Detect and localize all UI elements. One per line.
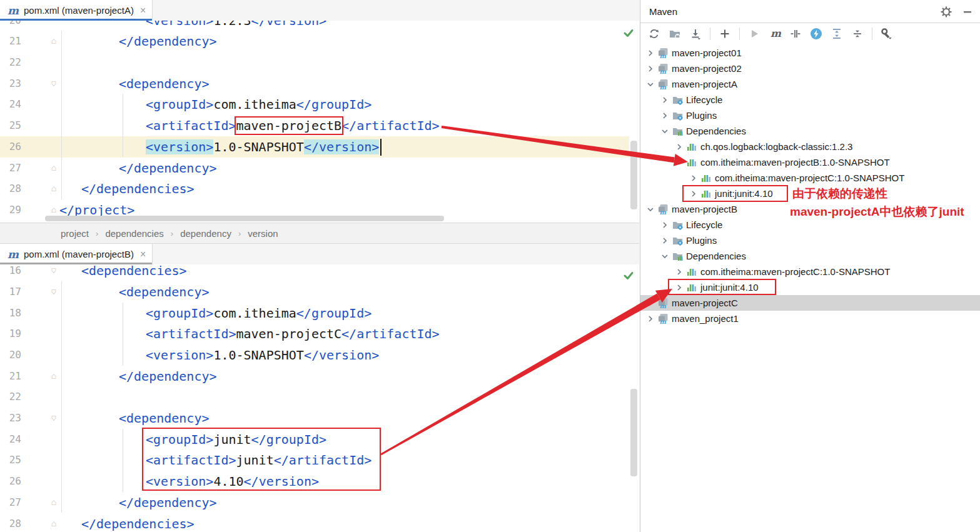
tree-item-maven-project01[interactable]: mmaven-project01 (640, 45, 980, 61)
breadcrumb-item-project[interactable]: project (61, 228, 89, 239)
code-line-27[interactable]: </dependency> (0, 158, 639, 179)
maven-settings-icon[interactable] (881, 28, 893, 40)
editor-a-vscrollbar-thumb[interactable] (630, 141, 637, 209)
tree-item-ch-qos-logback-logback-classic-1-2-3[interactable]: ch.qos.logback:logback-classic:1.2.3 (640, 139, 980, 154)
inspections-ok-icon[interactable] (623, 270, 634, 281)
code-line-22[interactable] (0, 52, 639, 73)
execute-maven-goal-icon[interactable]: m (769, 28, 781, 40)
run-maven-build-icon[interactable] (748, 28, 760, 40)
code-line-21[interactable]: </dependency> (0, 31, 639, 52)
toggle-offline-mode-icon[interactable] (810, 28, 822, 40)
chevron-right-icon[interactable] (674, 267, 684, 277)
chevron-down-icon[interactable] (660, 126, 670, 136)
tree-item-label: Dependencies (686, 248, 746, 264)
code-line-28[interactable]: </dependencies> (0, 513, 639, 532)
folder-bars-icon (672, 251, 683, 261)
chevron-right-icon[interactable] (689, 173, 699, 183)
indent-guide (123, 303, 123, 366)
breadcrumb-item-version[interactable]: version (248, 228, 278, 239)
expand-all-icon[interactable] (831, 28, 843, 40)
code-line-29[interactable]: </project> (0, 199, 639, 216)
chevron-right-icon[interactable] (645, 298, 655, 308)
chevron-right-icon[interactable] (674, 142, 684, 152)
tree-item-plugins[interactable]: Plugins (640, 233, 980, 248)
tree-item-label: Lifecycle (686, 217, 722, 233)
tree-item-com-itheima-maven-projectb-1-0-snapshot[interactable]: com.itheima:maven-projectB:1.0-SNAPSHOT (640, 154, 980, 170)
tree-item-plugins[interactable]: Plugins (640, 108, 980, 123)
tree-item-maven-project02[interactable]: mmaven-project02 (640, 61, 980, 76)
code-line-28[interactable]: </dependencies> (0, 178, 639, 199)
chevron-right-icon[interactable] (645, 48, 655, 58)
code-line-21[interactable]: </dependency> (0, 366, 639, 387)
code-line-16[interactable]: <dependencies> (0, 264, 639, 281)
tree-item-junit-junit-4-10[interactable]: junit:junit:4.10 (640, 279, 980, 295)
code-line-18[interactable]: <groupId>com.itheima</groupId> (0, 303, 639, 324)
chevron-right-icon[interactable] (645, 314, 655, 324)
reload-all-maven-projects-icon[interactable] (648, 28, 660, 40)
chevron-down-icon[interactable] (660, 251, 670, 261)
chevron-right-icon[interactable] (660, 236, 670, 246)
editor-b[interactable]: 16⌂<dependencies>17⌂<dependency>18<group… (0, 264, 639, 532)
download-sources-documentation-icon[interactable] (689, 28, 702, 40)
chevron-right-icon[interactable] (689, 189, 699, 199)
code-line-25[interactable]: <artifactId>junit</artifactId> (0, 449, 639, 471)
code-line-23[interactable]: <dependency> (0, 73, 639, 94)
tree-item-maven-projectc[interactable]: mmaven-projectC (640, 295, 980, 311)
tab-label: pom.xml (maven-projectB) (24, 249, 134, 259)
chevron-down-icon[interactable] (645, 79, 655, 89)
code-line-26[interactable]: <version>4.10</version> (0, 471, 639, 492)
tree-item-com-itheima-maven-projectc-1-0-snapshot[interactable]: com.itheima:maven-projectC:1.0-SNAPSHOT (640, 264, 980, 279)
tree-item-com-itheima-maven-projectc-1-0-snapshot[interactable]: com.itheima:maven-projectC:1.0-SNAPSHOT (640, 170, 980, 186)
tree-item-maven-project1[interactable]: mmaven_project1 (640, 311, 980, 326)
minimize-icon[interactable] (961, 6, 974, 18)
tab-pom-maven-projectB[interactable]: m pom.xml (maven-projectB) × (0, 244, 153, 264)
close-icon[interactable]: × (140, 5, 146, 16)
code-line-25[interactable]: <artifactId>maven-projectB</artifactId> (0, 115, 639, 136)
code-line-20[interactable]: <version>1.2.3</version> (0, 21, 639, 31)
code-line-26[interactable]: <version>1.0-SNAPSHOT</version> (0, 136, 639, 158)
chevron-right-icon[interactable] (645, 64, 655, 74)
editor-a[interactable]: 20<version>1.2.3</version>21⌂</dependenc… (0, 21, 639, 216)
tab-pom-maven-projectA[interactable]: m pom.xml (maven-projectA) × (0, 0, 153, 21)
chevron-right-icon[interactable] (660, 220, 670, 230)
breadcrumb-item-dependencies[interactable]: dependencies (105, 228, 163, 239)
lib-icon (701, 173, 712, 183)
module-icon: m (658, 79, 669, 89)
chevron-down-icon[interactable] (674, 158, 684, 168)
code-line-22[interactable] (0, 386, 639, 408)
collapse-all-icon[interactable] (851, 28, 864, 40)
breadcrumb-item-dependency[interactable]: dependency (180, 228, 231, 239)
tree-item-maven-projecta[interactable]: mmaven-projectA (640, 76, 980, 92)
skip-tests-mode-icon[interactable] (789, 28, 802, 40)
chevron-right-icon[interactable] (674, 283, 684, 293)
inspections-ok-icon[interactable] (623, 28, 634, 39)
editor-b-tabbar: m pom.xml (maven-projectB) × (0, 244, 639, 264)
editor-b-vscrollbar-thumb[interactable] (630, 389, 637, 476)
code-line-27[interactable]: </dependency> (0, 492, 639, 513)
code-line-17[interactable]: <dependency> (0, 281, 639, 303)
code-line-20[interactable]: <version>1.0-SNAPSHOT</version> (0, 344, 639, 366)
close-icon[interactable]: × (140, 249, 146, 260)
code-line-24[interactable]: <groupId>junit</groupId> (0, 429, 639, 450)
settings-gear-icon[interactable] (940, 6, 952, 18)
tree-item-label: com.itheima:maven-projectC:1.0-SNAPSHOT (715, 170, 904, 186)
svg-text:m: m (660, 303, 667, 309)
maven-tool-window-header: Maven (640, 0, 980, 23)
chevron-down-icon[interactable] (645, 204, 655, 214)
code-line-24[interactable]: <groupId>com.itheima</groupId> (0, 94, 639, 115)
tree-item-label: Plugins (686, 233, 717, 248)
lib-icon (687, 157, 697, 168)
tree-item-lifecycle[interactable]: Lifecycle (640, 92, 980, 108)
tree-item-dependencies[interactable]: Dependencies (640, 248, 980, 264)
chevron-right-icon[interactable] (660, 95, 670, 105)
code-line-23[interactable]: <dependency> (0, 408, 639, 429)
editor-a-hscrollbar-thumb[interactable] (45, 216, 444, 221)
chevron-right-icon[interactable] (660, 111, 670, 121)
toolbar-separator (710, 28, 710, 40)
code-line-19[interactable]: <artifactId>maven-projectC</artifactId> (0, 323, 639, 344)
tree-item-dependencies[interactable]: Dependencies (640, 123, 980, 139)
folder-gear-icon (672, 110, 683, 121)
add-maven-projects-icon[interactable] (719, 28, 731, 40)
indent-guide (123, 94, 123, 157)
generate-sources-and-update-folders-icon[interactable] (669, 28, 681, 40)
